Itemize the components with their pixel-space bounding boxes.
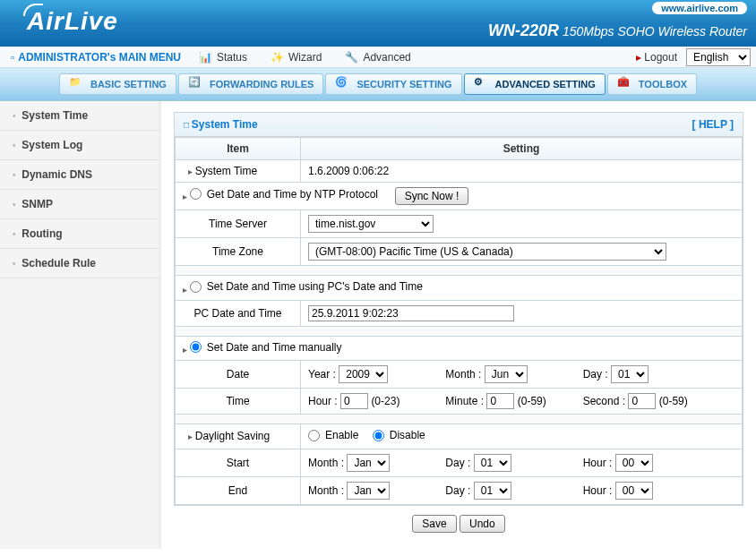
dst-label: Daylight Saving xyxy=(176,424,301,449)
ntp-mode-row[interactable]: Get Date and Time by NTP Protocol xyxy=(190,188,378,201)
sidebar-item-schedule-rule[interactable]: Schedule Rule xyxy=(0,249,159,278)
admin-main-menu[interactable]: ADMINISTRATOR's MAIN MENU xyxy=(0,51,192,64)
tab-advanced-setting[interactable]: ⚙ADVANCED SETTING xyxy=(464,73,606,95)
action-bar: Save Undo xyxy=(174,506,743,535)
time-server-select[interactable]: time.nist.gov xyxy=(308,215,434,233)
dst-end-hour[interactable]: 00 xyxy=(615,482,653,500)
dst-start-month[interactable]: Jan xyxy=(347,454,390,472)
system-time-panel: System Time [ HELP ] Item Setting System… xyxy=(174,112,743,506)
dst-end-label: End xyxy=(176,476,301,504)
second-input[interactable] xyxy=(628,393,656,409)
sidebar-item-system-time[interactable]: System Time xyxy=(0,101,159,131)
status-icon: 📊 xyxy=(199,51,212,64)
tab-strip: 📁BASIC SETTING 🔄FORWARDING RULES 🌀SECURI… xyxy=(0,68,756,101)
header-banner: AirLive www.airlive.com WN-220R 150Mbps … xyxy=(0,0,756,47)
nav-wizard[interactable]: ✨Wizard xyxy=(263,51,338,64)
undo-button[interactable]: Undo xyxy=(460,515,505,533)
brand-logo: AirLive xyxy=(27,7,118,36)
dst-start-day[interactable]: 01 xyxy=(474,454,511,472)
dst-start-label: Start xyxy=(176,449,301,476)
pc-mode-row[interactable]: Set Date and Time using PC's Date and Ti… xyxy=(190,280,423,293)
day-select[interactable]: 01 xyxy=(611,365,649,383)
sidebar-item-dynamic-dns[interactable]: Dynamic DNS xyxy=(0,160,159,190)
dst-enable-radio[interactable] xyxy=(308,430,320,441)
language-select[interactable]: English xyxy=(686,48,751,66)
tab-forwarding-rules[interactable]: 🔄FORWARDING RULES xyxy=(178,73,324,95)
dst-start-hour[interactable]: 00 xyxy=(615,454,653,472)
time-zone-label: Time Zone xyxy=(176,238,301,266)
save-button[interactable]: Save xyxy=(412,515,456,533)
sync-now-button[interactable]: Sync Now ! xyxy=(395,187,469,205)
pc-datetime-label: PC Date and Time xyxy=(176,300,301,326)
folder-icon: 📁 xyxy=(69,76,85,92)
shield-icon: 🌀 xyxy=(335,76,351,92)
dst-disable-radio[interactable] xyxy=(373,430,384,441)
date-label: Date xyxy=(176,361,301,389)
top-menubar: ADMINISTRATOR's MAIN MENU 📊Status ✨Wizar… xyxy=(0,47,756,68)
year-select[interactable]: 2009 xyxy=(339,365,388,383)
sidebar: System Time System Log Dynamic DNS SNMP … xyxy=(0,101,161,549)
manual-mode-row[interactable]: Set Date and Time manually xyxy=(190,341,342,354)
dst-enable-row[interactable]: Enable xyxy=(308,429,358,441)
gear-icon: ⚙ xyxy=(474,76,490,92)
advanced-icon: 🔧 xyxy=(345,51,358,64)
time-server-label: Time Server xyxy=(176,210,301,238)
dst-end-month[interactable]: Jan xyxy=(347,482,390,500)
toolbox-icon: 🧰 xyxy=(617,76,633,92)
tab-basic-setting[interactable]: 📁BASIC SETTING xyxy=(59,73,176,95)
tab-security-setting[interactable]: 🌀SECURITY SETTING xyxy=(325,73,461,95)
system-time-label: System Time xyxy=(176,160,301,183)
pc-datetime-input[interactable] xyxy=(308,305,514,321)
time-zone-select[interactable]: (GMT-08:00) Pacific Time (US & Canada) xyxy=(308,243,666,261)
language-select-wrap: English xyxy=(686,48,751,66)
dst-end-day[interactable]: 01 xyxy=(474,482,511,500)
month-select[interactable]: Jun xyxy=(485,365,528,383)
panel-title: System Time xyxy=(184,118,258,131)
help-link[interactable]: [ HELP ] xyxy=(692,118,734,131)
col-setting-header: Setting xyxy=(301,138,743,160)
sidebar-item-snmp[interactable]: SNMP xyxy=(0,190,159,219)
tab-toolbox[interactable]: 🧰TOOLBOX xyxy=(607,73,697,95)
ntp-radio[interactable] xyxy=(190,188,202,200)
pc-radio[interactable] xyxy=(190,281,202,293)
sidebar-item-system-log[interactable]: System Log xyxy=(0,131,159,160)
forward-icon: 🔄 xyxy=(188,76,204,92)
col-item-header: Item xyxy=(176,138,301,160)
dst-disable-row[interactable]: Disable xyxy=(373,429,425,441)
content-area: System Time [ HELP ] Item Setting System… xyxy=(161,101,756,549)
logout-link[interactable]: Logout xyxy=(627,51,686,64)
wizard-icon: ✨ xyxy=(271,51,284,64)
hour-input[interactable] xyxy=(340,393,368,409)
nav-status[interactable]: 📊Status xyxy=(192,51,263,64)
manual-radio[interactable] xyxy=(190,341,202,353)
sidebar-item-routing[interactable]: Routing xyxy=(0,219,159,249)
nav-advanced[interactable]: 🔧Advanced xyxy=(338,51,426,64)
minute-input[interactable] xyxy=(486,393,514,409)
model-tagline: WN-220R 150Mbps SOHO Wireless Router xyxy=(488,21,747,40)
vendor-url-pill[interactable]: www.airlive.com xyxy=(652,2,747,14)
system-time-value: 1.6.2009 0:06:22 xyxy=(301,160,743,183)
time-label: Time xyxy=(176,389,301,415)
